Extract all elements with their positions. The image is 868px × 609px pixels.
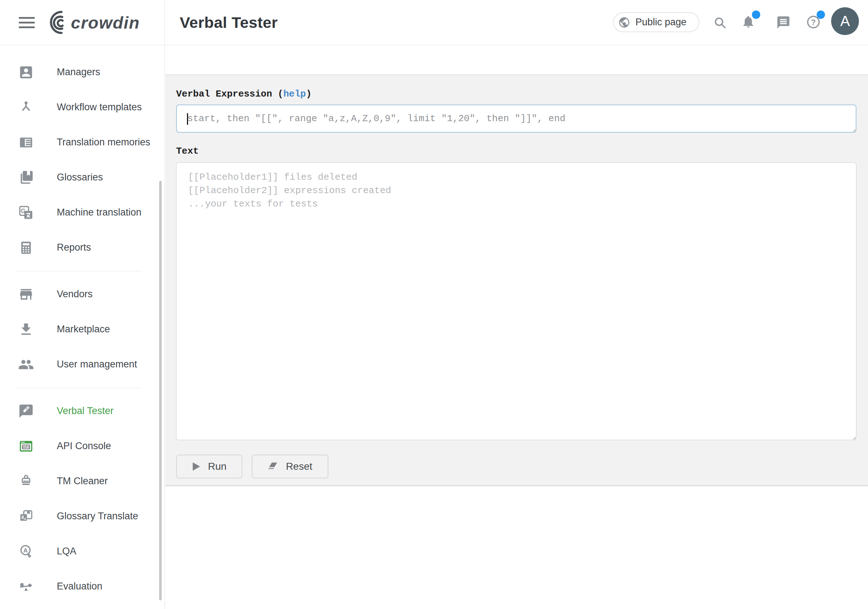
storefront-icon [18,287,34,302]
sidebar-scrollbar[interactable] [159,181,162,600]
book-bookmark-icon [18,170,34,186]
lqa-search-icon: A [18,544,34,559]
sidebar-item-label: Translation memories [57,137,150,148]
reset-button-label: Reset [286,461,312,472]
people-icon [18,356,34,372]
sidebar-item-label: Verbal Tester [57,405,113,417]
search-icon[interactable] [713,16,727,29]
sidebar-item-translation-memories[interactable]: Translation memories [0,125,164,160]
sidebar-item-machine-translation[interactable]: G Machine translation [0,195,164,230]
expression-label: Verbal Expression (help) [176,88,856,99]
svg-text:API: API [23,445,29,448]
run-button[interactable]: Run [176,455,242,479]
sidebar-item-tm-cleaner[interactable]: TM Cleaner [0,463,164,499]
svg-text:A: A [23,546,28,554]
main-content: Verbal Expression (help) Text Run [165,46,868,609]
api-console-icon: API [18,438,34,454]
page-title: Verbal Tester [180,0,278,45]
sidebar-item-evaluation[interactable]: Evaluation [0,569,164,604]
text-input[interactable] [176,163,856,440]
sidebar-item-label: Managers [57,67,100,78]
sidebar-item-label: Workflow templates [57,102,142,113]
sidebar-item-marketplace[interactable]: Marketplace [0,312,164,347]
calculator-icon [18,240,34,256]
avatar-letter: A [840,13,850,29]
expression-label-text: Verbal Expression ( [176,88,283,99]
avatar[interactable]: A [831,7,859,35]
expression-label-suffix: ) [306,88,312,99]
notifications-unread-badge [752,11,760,19]
cleaning-brush-icon [18,473,34,489]
help-unread-badge [817,11,825,19]
test-tube-bubble-icon [18,403,34,419]
sidebar: Managers Workflow templates [0,45,165,609]
help-link[interactable]: help [283,88,305,99]
actions-row: Run Reset [176,455,856,479]
public-page-button[interactable]: Public page [613,12,699,32]
sidebar-item-label: User management [57,359,137,370]
sidebar-item-label: Reports [57,242,91,253]
svg-text:crowdin: crowdin [71,13,140,32]
sidebar-item-label: Evaluation [57,581,102,592]
download-icon [18,321,34,338]
public-page-label: Public page [636,17,687,28]
workflow-icon [18,99,34,115]
sidebar-item-verbal-tester[interactable]: Verbal Tester [0,394,164,429]
verbal-tester-panel: Verbal Expression (help) Text Run [165,74,868,487]
play-icon [192,462,201,471]
sidebar-item-label: Marketplace [57,324,110,335]
header-left: crowdin [0,0,165,45]
memory-card-icon [18,135,34,150]
sidebar-nav: Managers Workflow templates [0,45,164,604]
sidebar-item-user-management[interactable]: User management [0,347,164,382]
balance-scale-icon [18,579,34,595]
sidebar-item-label: Machine translation [57,207,141,218]
sidebar-item-label: Glossary Translate [57,511,138,522]
g-translate-icon: G [18,205,34,221]
globe-icon [618,16,630,29]
eraser-icon [268,462,279,471]
svg-text:?: ? [811,18,815,27]
reset-button[interactable]: Reset [252,455,328,479]
sidebar-item-api-console[interactable]: API API Console [0,429,164,463]
crowdin-logo[interactable]: crowdin [45,9,150,36]
menu-icon[interactable] [19,17,35,28]
sidebar-item-workflow-templates[interactable]: Workflow templates [0,90,164,125]
run-button-label: Run [208,461,226,472]
text-label: Text [176,146,856,157]
sidebar-item-vendors[interactable]: Vendors [0,277,164,312]
sidebar-item-label: API Console [57,440,111,452]
text-caret [187,113,188,125]
sidebar-item-lqa[interactable]: A LQA [0,534,164,569]
expression-input[interactable] [176,104,856,133]
glossary-translate-icon: A [18,508,34,524]
sidebar-item-label: Glossaries [57,172,103,183]
sidebar-item-label: Vendors [57,288,93,300]
sidebar-item-managers[interactable]: Managers [0,54,164,90]
sidebar-item-label: TM Cleaner [57,476,108,487]
account-box-icon [18,64,34,80]
sidebar-item-reports[interactable]: Reports [0,230,164,265]
sidebar-item-label: LQA [57,546,76,557]
messages-icon[interactable] [776,15,790,29]
expression-field-wrap [176,104,856,133]
sidebar-item-glossary-translate[interactable]: A Glossary Translate [0,499,164,534]
app-header: crowdin Verbal Tester Public page [0,0,868,45]
sidebar-item-glossaries[interactable]: Glossaries [0,160,164,195]
svg-text:A: A [24,517,26,521]
